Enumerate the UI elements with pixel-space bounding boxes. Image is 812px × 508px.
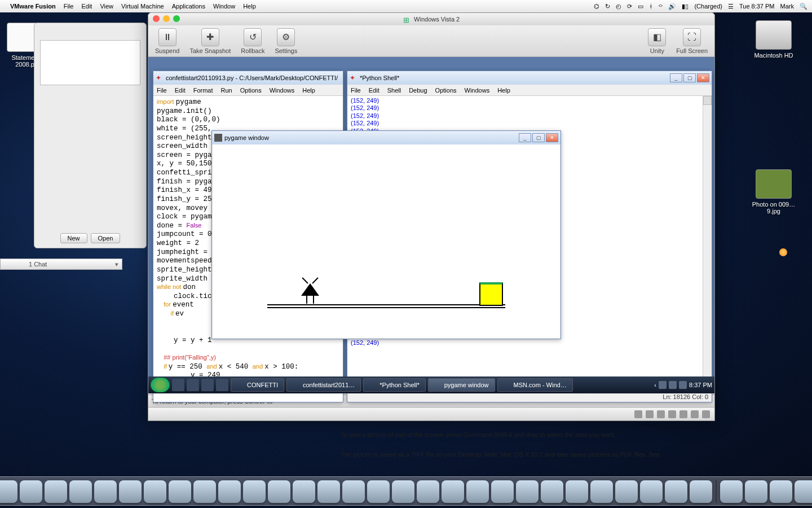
taskbar-task-msn[interactable]: MSN.com - Wind… [497, 378, 573, 392]
idle-menu-help[interactable]: Help [302, 87, 315, 94]
dock-chrome-icon[interactable] [218, 480, 241, 503]
vm-thumbnail[interactable] [40, 40, 140, 85]
dock-app-icon[interactable] [491, 480, 514, 503]
maximize-button[interactable]: ▢ [532, 133, 545, 142]
close-button[interactable]: ✕ [546, 133, 558, 142]
dock-safari-icon[interactable] [169, 480, 191, 503]
dock-appstore-icon[interactable] [69, 480, 92, 503]
taskbar-task-confettistart[interactable]: confettistart2011… [286, 378, 361, 392]
zoom-button[interactable] [173, 15, 180, 22]
shell-titlebar[interactable]: *Python Shell* _ ▢ ✕ [347, 71, 712, 85]
dock-launchpad-icon[interactable] [20, 480, 42, 503]
guest-desktop[interactable]: confettistart20110913.py - C:/Users/Mark… [148, 57, 714, 393]
take-snapshot-button[interactable]: ✚Take Snapshot [189, 28, 231, 54]
dock-app-icon[interactable] [615, 480, 638, 503]
dock-app-icon[interactable] [590, 480, 613, 503]
vm-status-net-icon[interactable] [668, 410, 676, 418]
idle-titlebar[interactable]: confettistart20110913.py - C:/Users/Mark… [153, 71, 343, 85]
full-screen-button[interactable]: ⛶Full Screen [676, 28, 708, 54]
quicklaunch-media[interactable] [216, 379, 228, 391]
tray-clock[interactable]: 8:37 PM [689, 382, 712, 388]
rollback-button[interactable]: ↺Rollback [241, 28, 264, 54]
status-dropbox-icon[interactable]: ⌬ [594, 3, 599, 10]
minimize-button[interactable]: _ [519, 133, 531, 142]
menu-help[interactable]: Help [243, 3, 256, 10]
vm-status-sound-icon[interactable] [691, 410, 699, 418]
vm-status-cd-icon[interactable] [646, 410, 654, 418]
desktop-icon-macintosh-hd[interactable]: Macintosh HD [751, 20, 796, 59]
status-menu-icon[interactable]: ☰ [728, 3, 734, 10]
desktop-icon-photo[interactable]: Photo on 009…9.jpg [751, 169, 796, 214]
dock-minecraft-icon[interactable] [690, 480, 712, 503]
vmware-library-window[interactable]: New Open [34, 23, 147, 248]
vmware-window-titlebar[interactable]: Windows Vista 2 [148, 13, 714, 25]
quicklaunch-ie[interactable] [201, 379, 214, 391]
app-name[interactable]: VMware Fusion [10, 3, 56, 10]
status-display-icon[interactable]: ▭ [638, 3, 643, 10]
minimize-button[interactable]: _ [670, 73, 682, 82]
dock-app-icon[interactable] [466, 480, 489, 503]
status-battery-icon[interactable]: ▮▯ [682, 3, 689, 10]
minimize-button[interactable] [163, 15, 170, 22]
dock-app-icon[interactable] [640, 480, 663, 503]
dock-preview-icon[interactable] [268, 480, 290, 503]
spotlight-icon[interactable]: 🔍 [800, 3, 807, 10]
status-wifi-icon[interactable]: ⌔ [659, 3, 663, 10]
idle-menu-windows[interactable]: Windows [270, 87, 295, 94]
dock-trash-icon[interactable] [795, 480, 812, 503]
chat-dropdown[interactable]: 1 Chat [0, 259, 122, 270]
dock-app-icon[interactable] [566, 480, 588, 503]
suspend-button[interactable]: ⏸Suspend [155, 28, 179, 54]
new-button[interactable]: New [60, 233, 87, 243]
settings-button[interactable]: ⚙Settings [275, 28, 297, 54]
start-button[interactable] [151, 378, 170, 392]
maximize-button[interactable]: ▢ [683, 73, 696, 82]
dock-dashboard-icon[interactable] [45, 480, 67, 503]
shell-menu-windows[interactable]: Windows [465, 87, 490, 94]
shell-menu-debug[interactable]: Debug [409, 87, 427, 94]
pygame-window[interactable]: pygame window _ ▢ ✕ [211, 130, 561, 339]
menu-virtual-machine[interactable]: Virtual Machine [121, 3, 164, 10]
scroll-up-button[interactable] [703, 96, 712, 105]
menu-window[interactable]: Window [213, 3, 235, 10]
shell-menu-edit[interactable]: Edit [369, 87, 379, 94]
dock-app-icon[interactable] [541, 480, 563, 503]
status-sync-icon[interactable]: ↻ [605, 3, 610, 10]
dock-vmware-icon[interactable] [392, 480, 414, 503]
dock-app-icon[interactable] [665, 480, 687, 503]
idle-menu-run[interactable]: Run [221, 87, 232, 94]
unity-button[interactable]: ◧Unity [648, 28, 666, 54]
quicklaunch-show-desktop[interactable] [172, 379, 184, 391]
menu-file[interactable]: File [64, 3, 74, 10]
vm-status-bluetooth-icon[interactable] [657, 410, 665, 418]
dock-firefox-icon[interactable] [193, 480, 216, 503]
open-button[interactable]: Open [91, 233, 121, 243]
taskbar-task-python-shell[interactable]: *Python Shell* [363, 378, 425, 392]
idle-menu-format[interactable]: Format [193, 87, 213, 94]
dock-photobooth-icon[interactable] [367, 480, 390, 503]
dock-downloads-icon[interactable] [720, 480, 743, 503]
dock-skype-icon[interactable] [317, 480, 340, 503]
vm-status-display-icon[interactable] [702, 410, 710, 418]
dock-folder-icon[interactable] [770, 480, 792, 503]
pygame-titlebar[interactable]: pygame window _ ▢ ✕ [212, 131, 561, 144]
status-clock-icon[interactable]: ◴ [616, 3, 621, 10]
tray-volume-icon[interactable] [679, 381, 687, 389]
dock-ical-icon[interactable] [119, 480, 142, 503]
scrollbar[interactable] [703, 96, 712, 389]
status-bluetooth-icon[interactable]: ᚼ [649, 3, 653, 10]
idle-menu-options[interactable]: Options [240, 87, 262, 94]
menu-edit[interactable]: Edit [81, 3, 92, 10]
dock-textedit-icon[interactable] [442, 480, 464, 503]
pygame-canvas[interactable] [213, 144, 559, 338]
close-button[interactable]: ✕ [697, 73, 709, 82]
status-timemachine-icon[interactable]: ⟳ [627, 3, 632, 10]
status-user[interactable]: Mark [780, 3, 794, 10]
dock-ichat-icon[interactable] [293, 480, 315, 503]
taskbar-task-pygame[interactable]: pygame window [428, 378, 495, 392]
menu-applications[interactable]: Applications [172, 3, 205, 10]
close-button[interactable] [153, 15, 160, 22]
idle-menu-file[interactable]: File [157, 87, 167, 94]
vm-status-hd-icon[interactable] [634, 410, 642, 418]
quicklaunch-switch-windows[interactable] [187, 379, 199, 391]
